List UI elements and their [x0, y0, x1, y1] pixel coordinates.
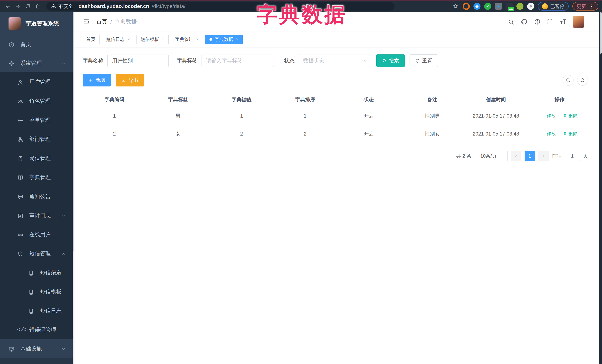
dict-label-input[interactable]: [202, 54, 274, 67]
window-scrollbar[interactable]: [599, 12, 602, 364]
refresh-table-button[interactable]: [577, 75, 588, 85]
sidebar-scrollbar[interactable]: [73, 12, 75, 364]
recording-edge-line: [0, 0, 602, 0]
goto-page-input[interactable]: [565, 151, 580, 161]
breadcrumb-home[interactable]: 首页: [96, 18, 107, 26]
add-button[interactable]: 新增: [83, 74, 111, 86]
status-select[interactable]: [299, 54, 371, 67]
avatar[interactable]: [573, 16, 584, 28]
sidebar-item-label: 系统管理: [20, 59, 42, 67]
page-size-select[interactable]: 10条/页: [476, 151, 507, 161]
sidebar-item-users[interactable]: 用户管理: [0, 73, 73, 92]
tab-close-icon[interactable]: ×: [196, 37, 199, 42]
prev-page-button[interactable]: ‹: [511, 151, 521, 161]
dict-label-input-field[interactable]: [206, 58, 269, 64]
browser-home-icon[interactable]: [34, 2, 42, 10]
browser-reload-icon[interactable]: [24, 2, 32, 10]
edit-link[interactable]: 修改: [541, 113, 556, 119]
tab-sms-template[interactable]: 短信模板 ×: [136, 35, 169, 44]
reset-button[interactable]: 重置: [409, 54, 438, 67]
extension-icon-check[interactable]: ✓: [484, 3, 491, 10]
url-domain: dashboard.yudao.iocoder.cn: [78, 3, 149, 9]
tab-label: 字典管理: [175, 36, 194, 42]
sidebar-item-notices[interactable]: 通知公告: [0, 187, 73, 206]
sidebar-item-sms[interactable]: 短信管理: [0, 244, 73, 263]
phone-icon: [28, 307, 34, 314]
sidebar-item-departments[interactable]: 部门管理: [0, 130, 73, 149]
tab-dict-manage[interactable]: 字典管理 ×: [171, 35, 203, 44]
sidebar-item-dictionary[interactable]: 字典管理: [0, 168, 73, 187]
extension-icon-proxy[interactable]: on: [506, 3, 513, 10]
status-select-value[interactable]: [303, 58, 360, 64]
tab-sms-log[interactable]: 短信日志 ×: [102, 35, 134, 44]
window-scrollbar-thumb[interactable]: [600, 12, 602, 54]
sidebar-item-menus[interactable]: 菜单管理: [0, 111, 73, 130]
url-divider: [76, 4, 76, 9]
tab-dict-data[interactable]: 字典数据 ×: [205, 35, 243, 44]
profile-paused-chip[interactable]: 已暂停: [538, 2, 569, 10]
browser-back-icon[interactable]: [4, 2, 12, 10]
avatar-caret-icon[interactable]: [588, 20, 592, 24]
sidebar-item-roles[interactable]: 角色管理: [0, 92, 73, 111]
sidebar-item-error-codes[interactable]: </> 错误码管理: [0, 320, 73, 339]
delete-link[interactable]: 删除: [563, 113, 578, 119]
download-icon: [121, 78, 126, 83]
sidebar-item-infrastructure[interactable]: 基础设施: [0, 339, 73, 358]
github-icon[interactable]: [520, 18, 528, 26]
browser-menu-icon[interactable]: ⋮: [589, 3, 594, 9]
help-icon[interactable]: [534, 19, 540, 25]
pagination: 共 2 条 10条/页 ‹ 1 › 前往 页: [83, 151, 591, 161]
sidebar-item-sms-log[interactable]: 短信日志: [0, 301, 73, 320]
logo-image: [9, 17, 21, 30]
chevron-down-icon: [363, 58, 367, 63]
sidebar-item-audit-log[interactable]: 审计日志: [0, 206, 73, 225]
col-header: 字典编码: [83, 92, 146, 107]
chat-icon: [17, 193, 24, 200]
extension-icon-sliders[interactable]: ◆: [495, 3, 502, 10]
sidebar-item-sms-template[interactable]: 短信模板: [0, 282, 73, 301]
sidebar-item-label: 在线用户: [29, 231, 51, 238]
export-button[interactable]: 导出: [116, 74, 144, 86]
sidebar-logo[interactable]: 芋道管理系统: [0, 12, 73, 35]
browser-update-button[interactable]: 更新 ⋮: [572, 2, 598, 10]
page-number-button[interactable]: 1: [525, 151, 535, 161]
tab-home[interactable]: 首页: [82, 35, 100, 44]
extensions-puzzle-icon[interactable]: ❖: [527, 3, 534, 10]
sidebar-item-system[interactable]: 系统管理: [0, 54, 73, 73]
next-page-button[interactable]: ›: [538, 151, 549, 161]
sidebar-item-positions[interactable]: 岗位管理: [0, 149, 73, 168]
org-tree-icon: [17, 136, 24, 143]
search-icon[interactable]: [508, 19, 514, 25]
extension-on-badge: on: [508, 7, 514, 11]
sidebar-item-label: 首页: [20, 41, 31, 48]
search-button[interactable]: 搜索: [376, 54, 405, 67]
sidebar-scrollbar-thumb[interactable]: [73, 12, 74, 251]
search-icon: [382, 59, 387, 63]
goto-page-field[interactable]: [565, 151, 580, 161]
cell-created: 2021-01-05 17:03:48: [464, 125, 528, 143]
bookmark-star-icon[interactable]: [452, 3, 459, 10]
browser-forward-icon[interactable]: [14, 2, 22, 10]
cell-actions: 修改 删除: [528, 107, 591, 125]
edit-icon: [541, 132, 545, 136]
sidebar-item-online-users[interactable]: 在线用户: [0, 225, 73, 244]
fullscreen-icon[interactable]: [547, 19, 553, 25]
edit-link[interactable]: 修改: [541, 131, 556, 137]
sidebar-item-home[interactable]: 首页: [0, 35, 73, 54]
delete-link[interactable]: 删除: [563, 131, 578, 137]
extension-icon-leaf[interactable]: [516, 3, 524, 10]
extension-icon-gem[interactable]: ◆: [473, 3, 481, 10]
cell-remark: 性别男: [400, 107, 464, 125]
extension-icon-ring[interactable]: [463, 3, 470, 10]
tab-close-icon[interactable]: ×: [162, 37, 164, 42]
dict-name-select-value[interactable]: [112, 58, 158, 64]
font-size-icon[interactable]: [559, 18, 566, 25]
tab-close-icon[interactable]: ×: [236, 37, 238, 42]
tab-close-icon[interactable]: ×: [127, 37, 130, 42]
sidebar-collapse-icon[interactable]: [83, 18, 90, 25]
col-header: 字典排序: [273, 92, 337, 107]
sidebar-item-sms-channel[interactable]: 短信渠道: [0, 263, 73, 282]
security-warning[interactable]: 不安全: [51, 3, 73, 10]
toggle-search-button[interactable]: [563, 75, 573, 85]
dict-name-select[interactable]: [108, 54, 169, 67]
